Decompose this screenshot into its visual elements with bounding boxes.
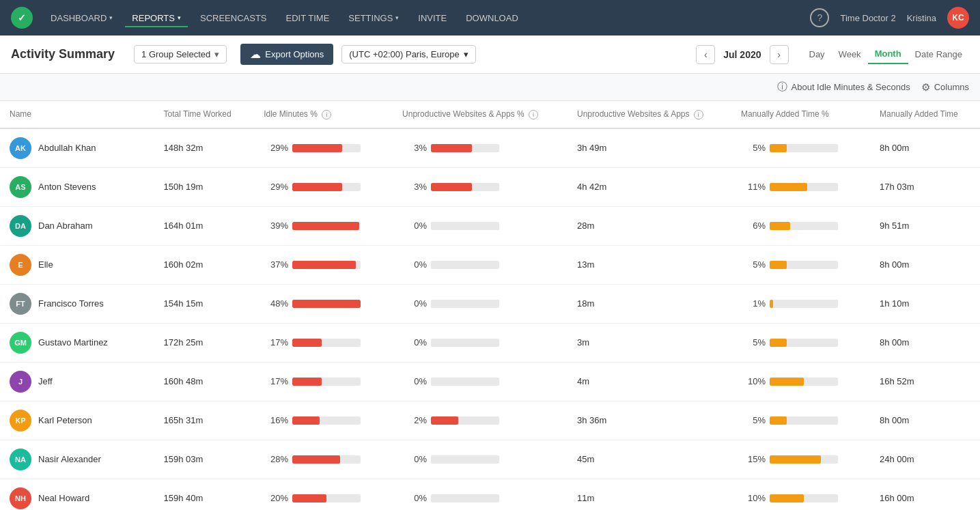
date-navigation: ‹ Jul 2020 › <box>696 45 788 64</box>
cell-total-time: 160h 48m <box>154 362 255 401</box>
table-row[interactable]: AS Anton Stevens 150h 19m 29% 3% 4h 42m <box>0 167 980 206</box>
tab-week[interactable]: Week <box>832 45 868 63</box>
manually-bar-track <box>770 144 838 152</box>
cell-manually-pct: 5% <box>731 401 870 440</box>
next-date-button[interactable]: › <box>770 45 789 64</box>
cell-unproductive-pct: 0% <box>393 440 568 479</box>
unproductive-info-icon[interactable]: i <box>694 110 703 119</box>
tab-date-range[interactable]: Date Range <box>908 45 969 63</box>
table-row[interactable]: GM Gustavo Martinez 172h 25m 17% 0% 3m <box>0 323 980 362</box>
manually-bar-track <box>770 455 838 464</box>
unproductive-pct-info-icon[interactable]: i <box>529 110 538 119</box>
idle-bar-fill <box>292 144 342 152</box>
nav-screencasts[interactable]: SCREENCASTS <box>193 9 274 27</box>
manually-bar-fill <box>770 144 787 152</box>
cell-name[interactable]: NH Neal Howard <box>0 479 154 510</box>
nav-invite[interactable]: INVITE <box>411 9 453 27</box>
avatar: GM <box>10 332 31 354</box>
manually-percent-value: 11% <box>741 182 766 192</box>
cell-unproductive-time: 13m <box>568 245 731 284</box>
cell-total-time: 159h 03m <box>154 440 255 479</box>
cell-manually-pct: 5% <box>731 128 870 168</box>
help-button[interactable]: ? <box>810 8 829 27</box>
unproductive-percent-value: 0% <box>402 376 427 386</box>
table-row[interactable]: J Jeff 160h 48m 17% 0% 4m 10% <box>0 362 980 401</box>
unproductive-percent-value: 3% <box>402 143 427 153</box>
table-row[interactable]: DA Dan Abraham 164h 01m 39% 0% 28m <box>0 206 980 245</box>
cell-unproductive-pct: 0% <box>393 362 568 401</box>
idle-bar-fill <box>292 455 340 464</box>
idle-bar-fill <box>292 339 322 347</box>
question-circle-icon: ⓘ <box>777 81 787 94</box>
unproductive-bar-track <box>431 378 499 386</box>
idle-percent-value: 39% <box>264 221 288 231</box>
data-table: Name Total Time Worked Idle Minutes % i … <box>0 101 980 510</box>
cell-name[interactable]: DA Dan Abraham <box>0 206 154 245</box>
cell-manually-pct: 15% <box>731 440 870 479</box>
timezone-selector[interactable]: (UTC +02:00) Paris, Europe ▾ <box>341 45 475 63</box>
idle-bar-fill <box>292 222 359 230</box>
unproductive-percent-value: 0% <box>402 259 427 270</box>
idle-percent-value: 20% <box>264 493 288 503</box>
unproductive-percent-value: 0% <box>402 298 427 309</box>
avatar: NH <box>10 487 31 509</box>
nav-dashboard[interactable]: DASHBOARD ▾ <box>44 9 120 27</box>
cell-name[interactable]: AK Abdullah Khan <box>0 128 154 168</box>
idle-percent-value: 16% <box>264 415 288 425</box>
manually-bar-fill <box>770 183 807 191</box>
cell-name[interactable]: NA Nasir Alexander <box>0 440 154 479</box>
nav-settings[interactable]: SETTINGS ▾ <box>341 9 406 27</box>
user-full-name: Anton Stevens <box>38 182 96 192</box>
cell-name[interactable]: J Jeff <box>0 362 154 401</box>
table-row[interactable]: KP Karl Peterson 165h 31m 16% 2% 3h 36m <box>0 401 980 440</box>
table-row[interactable]: NH Neal Howard 159h 40m 20% 0% 11m <box>0 479 980 510</box>
unproductive-bar-track <box>431 183 499 191</box>
export-button[interactable]: ☁ Export Options <box>240 44 333 65</box>
avatar: NA <box>10 449 31 470</box>
idle-bar-track <box>292 144 361 152</box>
user-full-name: Nasir Alexander <box>38 454 101 464</box>
header-manually-added-pct: Manually Added Time % <box>731 101 870 128</box>
cell-name[interactable]: FT Francisco Torres <box>0 284 154 323</box>
tab-day[interactable]: Day <box>802 45 832 63</box>
unproductive-percent-value: 2% <box>402 415 427 425</box>
manually-bar-track <box>770 300 838 308</box>
cell-name[interactable]: E Elle <box>0 245 154 284</box>
table-row[interactable]: NA Nasir Alexander 159h 03m 28% 0% 45m <box>0 440 980 479</box>
nav-download[interactable]: DOWNLOAD <box>459 9 525 27</box>
prev-date-button[interactable]: ‹ <box>696 45 715 64</box>
cell-name[interactable]: AS Anton Stevens <box>0 167 154 206</box>
manually-bar-track <box>770 183 838 191</box>
idle-info-icon[interactable]: i <box>322 110 331 119</box>
manually-bar-track <box>770 494 838 502</box>
user-full-name: Francisco Torres <box>38 298 104 309</box>
user-avatar[interactable]: KC <box>947 7 969 29</box>
logo[interactable]: ✓ <box>11 7 33 29</box>
group-selector[interactable]: 1 Group Selected ▾ <box>134 45 227 63</box>
idle-info-button[interactable]: ⓘ About Idle Minutes & Seconds <box>777 81 910 94</box>
cell-name[interactable]: KP Karl Peterson <box>0 401 154 440</box>
idle-bar-track <box>292 261 361 269</box>
table-row[interactable]: FT Francisco Torres 154h 15m 48% 0% 18m <box>0 284 980 323</box>
cell-name[interactable]: GM Gustavo Martinez <box>0 323 154 362</box>
nav-reports[interactable]: REPORTS ▾ <box>125 9 188 27</box>
gear-icon: ⚙ <box>921 81 930 94</box>
columns-button[interactable]: ⚙ Columns <box>921 81 969 94</box>
cloud-upload-icon: ☁ <box>250 48 261 61</box>
unproductive-bar-track <box>431 339 499 347</box>
nav-edit-time[interactable]: EDIT TIME <box>279 9 337 27</box>
idle-bar-fill <box>292 261 356 269</box>
chevron-down-icon: ▾ <box>464 49 468 59</box>
manually-bar-track <box>770 378 838 386</box>
tab-month[interactable]: Month <box>868 44 908 64</box>
user-name: Kristina <box>907 13 936 23</box>
unproductive-percent-value: 3% <box>402 182 427 192</box>
cell-unproductive-pct: 0% <box>393 479 568 510</box>
cell-manually-time: 8h 00m <box>870 245 980 284</box>
table-row[interactable]: AK Abdullah Khan 148h 32m 29% 3% 3h 49m <box>0 128 980 168</box>
manually-bar-track <box>770 261 838 269</box>
table-row[interactable]: E Elle 160h 02m 37% 0% 13m 5% <box>0 245 980 284</box>
page-title: Activity Summary <box>11 47 115 61</box>
cell-manually-time: 8h 00m <box>870 401 980 440</box>
cell-unproductive-time: 4h 42m <box>568 167 731 206</box>
